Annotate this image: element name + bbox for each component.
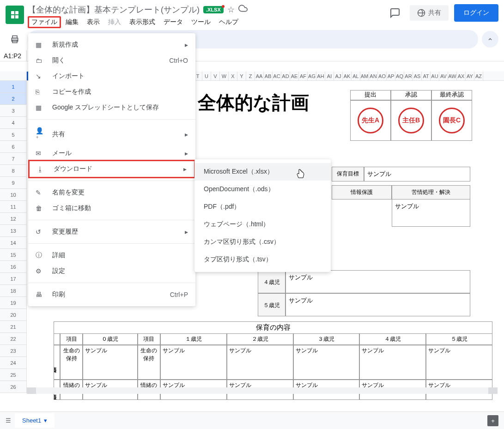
document-title[interactable]: 【全体的な計画】基本テンプレート(サンプル) bbox=[28, 4, 200, 15]
col-header-AN[interactable]: AN bbox=[369, 72, 378, 80]
menu-save-as-gs[interactable]: ▦Google スプレッドシートとして保存 bbox=[28, 100, 195, 115]
col-header-AI[interactable]: AI bbox=[325, 72, 334, 80]
select-all-corner[interactable] bbox=[0, 72, 27, 80]
col-header-AE[interactable]: AE bbox=[290, 72, 299, 80]
col-header-AH[interactable]: AH bbox=[316, 72, 325, 80]
row-header-13[interactable]: 13 bbox=[0, 225, 26, 237]
row-header-20[interactable]: 20 bbox=[0, 309, 26, 321]
col-header-AF[interactable]: AF bbox=[299, 72, 308, 80]
collapse-toolbar-icon[interactable] bbox=[482, 31, 498, 48]
col-header-Y[interactable]: Y bbox=[237, 72, 246, 80]
col-header-AK[interactable]: AK bbox=[343, 72, 352, 80]
horizontal-scrollbar[interactable] bbox=[27, 387, 498, 394]
row-header-9[interactable]: 9 bbox=[0, 177, 26, 189]
row-header-4[interactable]: 4 bbox=[0, 117, 26, 129]
star-icon[interactable]: ☆ bbox=[227, 5, 235, 15]
col-header-AO[interactable]: AO bbox=[378, 72, 387, 80]
menu-edit[interactable]: 編集 bbox=[62, 16, 82, 28]
menu-settings[interactable]: ⚙設定 bbox=[28, 263, 195, 279]
submenu-pdf[interactable]: PDF（.pdf） bbox=[194, 198, 331, 216]
col-header-U[interactable]: U bbox=[202, 72, 211, 80]
login-button[interactable]: ログイン bbox=[454, 4, 498, 22]
row-header-12[interactable]: 12 bbox=[0, 213, 26, 225]
row-header-11[interactable]: 11 bbox=[0, 201, 26, 213]
row-header-17[interactable]: 17 bbox=[0, 273, 26, 285]
col-header-W[interactable]: W bbox=[220, 72, 229, 80]
col-header-AW[interactable]: AW bbox=[448, 72, 457, 80]
col-header-AJ[interactable]: AJ bbox=[334, 72, 343, 80]
submenu-csv[interactable]: カンマ区切り形式（.csv） bbox=[194, 233, 331, 251]
menu-details[interactable]: ⓘ詳細 bbox=[28, 248, 195, 263]
submenu-ods[interactable]: OpenDocument（.ods） bbox=[194, 181, 331, 198]
col-header-X[interactable]: X bbox=[229, 72, 237, 80]
row-header-10[interactable]: 10 bbox=[0, 189, 26, 201]
menu-import[interactable]: ↘インポート bbox=[28, 68, 195, 84]
row-header-7[interactable]: 7 bbox=[0, 153, 26, 165]
sheets-logo[interactable] bbox=[6, 6, 24, 24]
menu-rename[interactable]: ✎名前を変更 bbox=[28, 185, 195, 200]
chevron-down-icon[interactable]: ▾ bbox=[44, 417, 47, 424]
col-header-AL[interactable]: AL bbox=[352, 72, 360, 80]
name-box[interactable]: A1:P2 bbox=[0, 50, 27, 61]
col-header-AU[interactable]: AU bbox=[431, 72, 439, 80]
sheet-tab-1[interactable]: Sheet1 ▾ bbox=[15, 413, 55, 428]
menu-tools[interactable]: ツール bbox=[188, 16, 214, 28]
row-header-1[interactable]: 1 bbox=[0, 81, 26, 93]
row-header-24[interactable]: 24 bbox=[0, 357, 26, 369]
col-header-AR[interactable]: AR bbox=[404, 72, 413, 80]
row-header-26[interactable]: 26 bbox=[0, 381, 26, 393]
all-sheets-icon[interactable]: ☰ bbox=[6, 417, 11, 424]
submenu-tsv[interactable]: タブ区切り形式（.tsv） bbox=[194, 251, 331, 268]
row-header-25[interactable]: 25 bbox=[0, 369, 26, 381]
col-header-AZ[interactable]: AZ bbox=[474, 72, 483, 80]
menu-help[interactable]: ヘルプ bbox=[215, 16, 242, 28]
row-header-23[interactable]: 23 bbox=[0, 345, 26, 357]
add-sheet-button[interactable]: + bbox=[487, 415, 498, 426]
col-header-V[interactable]: V bbox=[211, 72, 220, 80]
row-header-6[interactable]: 6 bbox=[0, 141, 26, 153]
col-header-AY[interactable]: AY bbox=[466, 72, 474, 80]
col-header-AC[interactable]: AC bbox=[273, 72, 281, 80]
col-header-AB[interactable]: AB bbox=[264, 72, 273, 80]
col-header-AM[interactable]: AM bbox=[360, 72, 369, 80]
menu-file[interactable]: ファイル bbox=[28, 16, 61, 28]
row-header-18[interactable]: 18 bbox=[0, 285, 26, 297]
cloud-icon[interactable] bbox=[238, 4, 248, 15]
menu-insert[interactable]: 挿入 bbox=[104, 16, 125, 28]
col-header-AS[interactable]: AS bbox=[413, 72, 422, 80]
row-header-16[interactable]: 16 bbox=[0, 261, 26, 273]
menu-copy[interactable]: ⎘コピーを作成 bbox=[28, 84, 195, 100]
submenu-html[interactable]: ウェブページ（.html） bbox=[194, 216, 331, 233]
row-header-8[interactable]: 8 bbox=[0, 165, 26, 177]
row-header-22[interactable]: 22 bbox=[0, 333, 26, 345]
col-header-AD[interactable]: AD bbox=[281, 72, 290, 80]
share-button[interactable]: 共有 bbox=[410, 5, 449, 21]
submenu-xlsx[interactable]: Microsoft Excel（.xlsx） bbox=[194, 163, 331, 181]
menu-data[interactable]: データ bbox=[160, 16, 187, 28]
row-header-19[interactable]: 19 bbox=[0, 297, 26, 309]
row-header-5[interactable]: 5 bbox=[0, 129, 26, 141]
row-header-3[interactable]: 3 bbox=[0, 105, 26, 117]
row-header-14[interactable]: 14 bbox=[0, 237, 26, 249]
col-header-AA[interactable]: AA bbox=[255, 72, 264, 80]
comments-icon[interactable] bbox=[386, 4, 404, 22]
menu-print[interactable]: 🖶印刷Ctrl+P bbox=[28, 287, 195, 302]
menu-new[interactable]: ▦新規作成▸ bbox=[28, 37, 195, 53]
menu-share[interactable]: 👤⁺共有▸ bbox=[28, 123, 195, 145]
col-header-AG[interactable]: AG bbox=[308, 72, 316, 80]
print-icon[interactable] bbox=[6, 30, 24, 48]
menu-mail[interactable]: ✉メール▸ bbox=[28, 145, 195, 161]
menu-format[interactable]: 表示形式 bbox=[126, 16, 159, 28]
col-header-AP[interactable]: AP bbox=[387, 72, 395, 80]
menu-trash[interactable]: 🗑ゴミ箱に移動 bbox=[28, 200, 195, 216]
menu-view[interactable]: 表示 bbox=[83, 16, 103, 28]
col-header-Z[interactable]: Z bbox=[246, 72, 255, 80]
col-header-AX[interactable]: AX bbox=[457, 72, 466, 80]
menu-history[interactable]: ↺変更履歴▸ bbox=[28, 224, 195, 240]
col-header-AV[interactable]: AV bbox=[439, 72, 448, 80]
col-header-AT[interactable]: AT bbox=[422, 72, 431, 80]
menu-download[interactable]: ⭳ダウンロード▸ bbox=[28, 160, 195, 178]
menu-open[interactable]: 🗀開くCtrl+O bbox=[28, 53, 195, 68]
row-header-21[interactable]: 21 bbox=[0, 321, 26, 333]
row-header-15[interactable]: 15 bbox=[0, 249, 26, 261]
